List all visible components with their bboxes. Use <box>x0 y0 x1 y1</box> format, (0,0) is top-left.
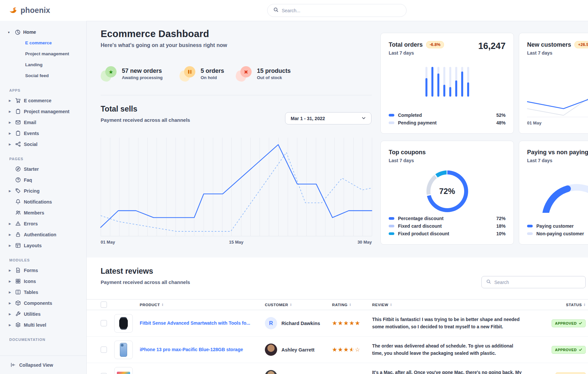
sidebar-item-errors[interactable]: ▶ Errors <box>8 218 84 229</box>
sidebar-item-icons[interactable]: ▶ Icons <box>8 276 84 287</box>
row-checkbox[interactable] <box>101 347 107 353</box>
sidebar-item-project-management-app[interactable]: ▶ Project management <box>8 106 84 117</box>
sort-icon: ▲▼ <box>390 303 392 306</box>
total-sells-title: Total sells <box>101 105 137 114</box>
caret-right-icon: ▶ <box>8 280 12 283</box>
x-axis-label: 01 May <box>527 120 588 125</box>
package-icon <box>15 300 21 306</box>
phoenix-dashboard: { "navbar": { "brand": "phoenix", "searc… <box>0 0 588 374</box>
section-label-apps: APPS <box>9 88 84 92</box>
column-header-rating[interactable]: RATING▲▼ <box>332 303 372 307</box>
search-icon <box>273 7 278 14</box>
sidebar-item-home[interactable]: ▾ Home <box>8 27 84 37</box>
legend-item: Fixed product discount 10% <box>389 231 506 236</box>
status-badge: APPROVED <box>552 319 586 327</box>
navbar-search[interactable] <box>267 4 407 17</box>
review-text: This Fitbit is fantastic! I was trying t… <box>372 316 529 330</box>
card-title: Paying vs non paying <box>527 149 588 156</box>
column-header-product[interactable]: PRODUCT▲▼ <box>140 303 265 307</box>
legend-item: Completed 52% <box>389 113 506 118</box>
sidebar-item-ecommerce-app[interactable]: ▶ E commerce <box>8 95 84 106</box>
layout-icon <box>15 243 21 249</box>
divider <box>101 95 372 95</box>
brand-logo[interactable]: phoenix <box>0 5 50 16</box>
change-badge: -6.8% <box>426 41 444 48</box>
date-range-select[interactable]: Mar 1 - 31, 2022 <box>285 112 371 124</box>
search-icon <box>486 279 491 285</box>
avatar-photo[interactable] <box>265 370 277 374</box>
sidebar-item-layouts[interactable]: ▶ Layouts <box>8 240 84 251</box>
sidebar-item-faq[interactable]: Faq <box>8 174 84 185</box>
legend-swatch <box>389 232 394 235</box>
navbar-search-input[interactable] <box>282 8 400 13</box>
sidebar-item-social-feed[interactable]: Social feed <box>8 70 84 81</box>
rating-stars: ☆☆☆☆☆★★★★★ <box>332 320 365 327</box>
status-badge: PENDING <box>556 372 586 374</box>
caret-right-icon: ▶ <box>8 143 12 146</box>
collapsed-view-toggle[interactable]: Collapsed View <box>0 355 86 374</box>
review-text: The order was delivered ahead of schedul… <box>372 343 529 357</box>
change-badge: +26.5% <box>574 41 588 48</box>
sidebar-item-members[interactable]: Members <box>8 207 84 218</box>
sidebar-item-starter[interactable]: Starter <box>8 164 84 174</box>
sidebar-item-landing[interactable]: Landing <box>8 59 84 70</box>
row-checkbox[interactable] <box>101 320 107 326</box>
column-header-status[interactable]: STATUS▲▼ <box>566 303 586 307</box>
stat-new-orders: ★ 57 new orders Awating processing <box>101 66 163 81</box>
x-icon <box>236 66 252 81</box>
table-header-row: PRODUCT▲▼ CUSTOMER▲▼ RATING▲▼ REVIEW▲▼ S… <box>87 299 588 310</box>
column-header-review[interactable]: REVIEW▲▼ <box>372 303 529 307</box>
coupons-donut-chart: 72% <box>426 170 468 212</box>
sort-icon: ▲▼ <box>290 303 292 306</box>
sidebar-item-components[interactable]: ▶ Components <box>8 298 84 308</box>
sidebar-item-project-management[interactable]: Project management <box>8 48 84 59</box>
reviews-search-input[interactable] <box>494 280 581 285</box>
sidebar-item-social[interactable]: ▶ Social <box>8 139 84 150</box>
legend-swatch <box>527 232 533 235</box>
sidebar-item-authentication[interactable]: ▶ Authentication <box>8 229 84 240</box>
brand-name: phoenix <box>21 6 50 15</box>
sidebar-item-tables[interactable]: ▶ Tables <box>8 287 84 298</box>
product-link[interactable]: Fitbit Sense Advanced Smartwatch with To… <box>140 320 265 326</box>
mail-icon <box>15 119 21 125</box>
clipboard-icon <box>15 109 21 115</box>
card-title: New customers <box>527 41 571 48</box>
wrench-icon <box>15 311 21 317</box>
review-text: It's a Mac, after all. Once you've gone … <box>372 369 529 374</box>
column-header-customer[interactable]: CUSTOMER▲▼ <box>265 303 332 307</box>
product-image-fitbit[interactable] <box>114 314 133 333</box>
avatar-photo[interactable] <box>265 344 277 356</box>
page-subtitle: Here's what's going on at your business … <box>101 42 227 48</box>
paying-card: Paying vs non paying Last 7 days Paying … <box>519 141 588 245</box>
sidebar-item-forms[interactable]: ▶ Forms <box>8 265 84 276</box>
total-orders-value: 16,247 <box>478 41 506 51</box>
reviews-title: Latest reviews <box>101 267 153 276</box>
sidebar-item-utilities[interactable]: ▶ Utilities <box>8 308 84 319</box>
caret-right-icon: ▶ <box>8 233 12 236</box>
donut-center-value: 72% <box>439 187 455 196</box>
caret-right-icon: ▶ <box>8 110 12 113</box>
sidebar-item-ecommerce[interactable]: E commerce <box>8 37 84 48</box>
reviews-search[interactable] <box>481 276 586 288</box>
legend-item: Pending payment 48% <box>389 120 506 125</box>
layers-icon <box>15 322 21 328</box>
legend-item: Fixed card discount 18% <box>389 223 506 229</box>
product-image-iphone[interactable] <box>114 341 133 359</box>
select-all-checkbox[interactable] <box>101 302 107 308</box>
caret-right-icon: ▶ <box>8 99 12 102</box>
rating-stars: ☆☆☆☆☆★★★★★ <box>332 346 365 353</box>
legend-swatch <box>389 121 394 124</box>
section-label-modules: MODULES <box>9 258 84 262</box>
product-link[interactable]: iPhone 13 pro max-Pacific Blue-128GB sto… <box>140 347 265 352</box>
sidebar-item-email[interactable]: ▶ Email <box>8 117 84 128</box>
sidebar-item-pricing[interactable]: ▶ Pricing <box>8 185 84 196</box>
product-image-macbook[interactable] <box>114 367 133 374</box>
sidebar-item-events[interactable]: ▶ Events <box>8 128 84 139</box>
sort-icon: ▲▼ <box>162 303 164 306</box>
avatar[interactable]: R <box>265 317 277 329</box>
sidebar-item-multi-level[interactable]: ▶ Multi level <box>8 319 84 330</box>
check-icon <box>579 348 582 351</box>
caret-right-icon: ▶ <box>8 291 12 294</box>
sidebar-item-notifications[interactable]: Notifications <box>8 196 84 207</box>
caret-right-icon: ▶ <box>8 121 12 124</box>
